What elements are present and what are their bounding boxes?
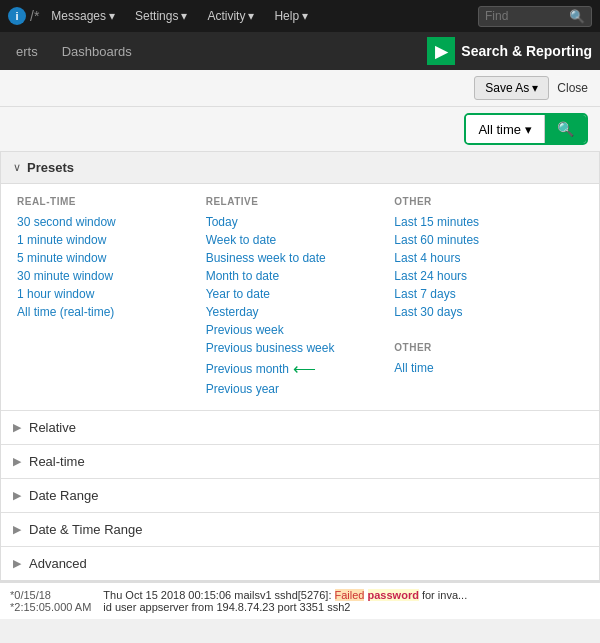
advanced-section-header[interactable]: ▶ Advanced <box>1 547 599 580</box>
chevron-right-icon: ▶ <box>13 421 21 434</box>
preset-previous-year[interactable]: Previous year <box>206 380 395 398</box>
preset-5min[interactable]: 5 minute window <box>17 249 206 267</box>
save-as-button[interactable]: Save As ▾ <box>474 76 549 100</box>
divider-icon: /* <box>30 8 39 24</box>
info-icon[interactable]: i <box>8 7 26 25</box>
preset-1min[interactable]: 1 minute window <box>17 231 206 249</box>
preset-month-to-date[interactable]: Month to date <box>206 267 395 285</box>
messages-menu[interactable]: Messages ▾ <box>43 5 123 27</box>
all-time-button[interactable]: All time ▾ <box>466 115 545 143</box>
preset-last-15[interactable]: Last 15 minutes <box>394 213 583 231</box>
activity-menu[interactable]: Activity ▾ <box>199 5 262 27</box>
realtime-header: REAL-TIME <box>17 196 206 207</box>
other-header: OTHER <box>394 196 583 207</box>
preset-today[interactable]: Today <box>206 213 395 231</box>
preset-last-30d[interactable]: Last 30 days <box>394 303 583 321</box>
preset-last-60[interactable]: Last 60 minutes <box>394 231 583 249</box>
realtime-section-header[interactable]: ▶ Real-time <box>1 445 599 478</box>
preset-yesterday[interactable]: Yesterday <box>206 303 395 321</box>
log-date: *0/15/18 *2:15:05.000 AM <box>10 589 91 613</box>
advanced-section-label: Advanced <box>29 556 87 571</box>
log-text-end: for inva... <box>419 589 467 601</box>
preset-last-7d[interactable]: Last 7 days <box>394 285 583 303</box>
other-sub-header: OTHER <box>394 342 583 353</box>
log-date-line2: *2:15:05.000 AM <box>10 601 91 613</box>
sr-title: Search & Reporting <box>461 43 592 59</box>
log-entry: *0/15/18 *2:15:05.000 AM Thu Oct 15 2018… <box>0 581 600 619</box>
search-reporting-section: ▶ Search & Reporting <box>427 37 592 65</box>
log-text-prefix: Thu Oct 15 2018 00:15:06 mailsv1 sshd[52… <box>103 589 334 601</box>
presets-content: REAL-TIME 30 second window 1 minute wind… <box>1 184 599 410</box>
presets-relative-col: RELATIVE Today Week to date Business wee… <box>206 196 395 398</box>
search-icon: 🔍 <box>557 121 574 137</box>
daterange-section-header[interactable]: ▶ Date Range <box>1 479 599 512</box>
second-nav-bar: erts Dashboards ▶ Search & Reporting <box>0 32 600 70</box>
realtime-section: ▶ Real-time <box>1 444 599 478</box>
log-failed-word: Failed <box>335 589 365 601</box>
log-text-line2: id user appserver from 194.8.74.23 port … <box>103 601 350 613</box>
top-search-icon: 🔍 <box>569 9 585 24</box>
presets-realtime-col: REAL-TIME 30 second window 1 minute wind… <box>17 196 206 398</box>
preset-business-week-to-date[interactable]: Business week to date <box>206 249 395 267</box>
relative-section-label: Relative <box>29 420 76 435</box>
relative-section: ▶ Relative <box>1 410 599 444</box>
preset-30s[interactable]: 30 second window <box>17 213 206 231</box>
top-nav-bar: i /* Messages ▾ Settings ▾ Activity ▾ He… <box>0 0 600 32</box>
action-bar: Save As ▾ Close <box>0 70 600 107</box>
nav-alerts[interactable]: erts <box>8 40 46 63</box>
preset-week-to-date[interactable]: Week to date <box>206 231 395 249</box>
presets-header[interactable]: ∨ Presets <box>1 152 599 184</box>
presets-panel: ∨ Presets REAL-TIME 30 second window 1 m… <box>0 152 600 581</box>
preset-1hr[interactable]: 1 hour window <box>17 285 206 303</box>
log-date-line1: *0/15/18 <box>10 589 91 601</box>
preset-year-to-date[interactable]: Year to date <box>206 285 395 303</box>
log-password-word: password <box>368 589 419 601</box>
chevron-right-icon3: ▶ <box>13 489 21 502</box>
chevron-right-icon2: ▶ <box>13 455 21 468</box>
datetimerange-section-header[interactable]: ▶ Date & Time Range <box>1 513 599 546</box>
presets-chevron-icon: ∨ <box>13 161 21 174</box>
nav-dashboards[interactable]: Dashboards <box>54 40 140 63</box>
preset-alltime-rt[interactable]: All time (real-time) <box>17 303 206 321</box>
daterange-section: ▶ Date Range <box>1 478 599 512</box>
top-search-input[interactable] <box>485 9 565 23</box>
realtime-section-label: Real-time <box>29 454 85 469</box>
presets-other-col: OTHER Last 15 minutes Last 60 minutes La… <box>394 196 583 398</box>
top-search-box[interactable]: 🔍 <box>478 6 592 27</box>
preset-alltime[interactable]: All time <box>394 359 583 377</box>
sr-logo-icon: ▶ <box>427 37 455 65</box>
datetimerange-section-label: Date & Time Range <box>29 522 142 537</box>
datetimerange-section: ▶ Date & Time Range <box>1 512 599 546</box>
chevron-right-icon5: ▶ <box>13 557 21 570</box>
arrow-indicator-icon: ⟵ <box>293 359 316 378</box>
close-button[interactable]: Close <box>557 81 588 95</box>
presets-title: Presets <box>27 160 74 175</box>
chevron-right-icon4: ▶ <box>13 523 21 536</box>
advanced-section: ▶ Advanced <box>1 546 599 580</box>
preset-last-4h[interactable]: Last 4 hours <box>394 249 583 267</box>
settings-menu[interactable]: Settings ▾ <box>127 5 195 27</box>
preset-last-24h[interactable]: Last 24 hours <box>394 267 583 285</box>
search-button[interactable]: 🔍 <box>545 115 586 143</box>
preset-previous-month[interactable]: Previous month ⟵ <box>206 357 316 380</box>
log-text: Thu Oct 15 2018 00:15:06 mailsv1 sshd[52… <box>103 589 590 613</box>
preset-30min[interactable]: 30 minute window <box>17 267 206 285</box>
daterange-section-label: Date Range <box>29 488 98 503</box>
preset-previous-business-week[interactable]: Previous business week <box>206 339 395 357</box>
all-time-wrapper: All time ▾ 🔍 <box>464 113 588 145</box>
relative-section-header[interactable]: ▶ Relative <box>1 411 599 444</box>
time-picker-bar: All time ▾ 🔍 <box>0 107 600 152</box>
preset-previous-week[interactable]: Previous week <box>206 321 395 339</box>
help-menu[interactable]: Help ▾ <box>266 5 316 27</box>
relative-header: RELATIVE <box>206 196 395 207</box>
